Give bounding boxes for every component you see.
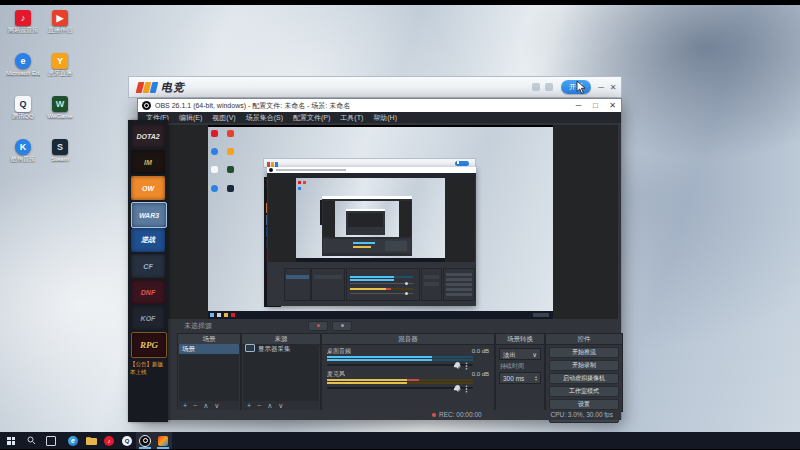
obs-titlebar[interactable]: OBS 26.1.1 (64-bit, windows) - 配置文件: 未命名… (138, 99, 621, 112)
desktop-icon-live-helper[interactable]: ▶直播伴侣 (43, 10, 77, 34)
settings-icon[interactable] (545, 83, 553, 91)
wegame-icon: W (52, 96, 68, 112)
menu-profile[interactable]: 配置文件(P) (288, 113, 335, 123)
source-toolbar-button-1[interactable] (308, 321, 328, 331)
game-poster-ow[interactable]: OW (131, 176, 165, 200)
transition-select[interactable]: 淡出∨ (499, 348, 541, 360)
remove-source-button[interactable]: − (257, 401, 261, 410)
game-poster-rpg[interactable]: RPG (131, 332, 167, 358)
start-recording-button[interactable]: 开始录制 (549, 360, 619, 371)
add-source-button[interactable]: + (247, 401, 251, 410)
duration-spinner[interactable]: 300 ms▴▾ (499, 372, 541, 384)
preview-icon (227, 185, 234, 192)
icon-label: Microsoft Edge (6, 70, 40, 77)
game-poster-dnf[interactable]: DNF (131, 280, 165, 304)
scene-list-item[interactable]: 场景 (179, 344, 239, 354)
preview-detail (322, 196, 412, 199)
preview-icon (211, 130, 218, 137)
transitions-dock-title[interactable]: 场景转换 (496, 334, 544, 345)
live-helper-icon: ▶ (52, 10, 68, 26)
scene-down-button[interactable]: ∨ (214, 401, 219, 410)
game-poster-im[interactable]: IM (131, 150, 165, 174)
settings-button[interactable]: 设置 (549, 399, 619, 410)
task-view-icon (46, 436, 56, 446)
sources-dock: 来源 显示器采集 + − ∧ ∨ (241, 333, 321, 412)
platform-logo: 电竞 (161, 80, 185, 95)
speaker-icon[interactable] (454, 362, 462, 370)
pause-dot-icon (341, 324, 344, 327)
preview-level2-obs-preview (323, 201, 411, 237)
close-button[interactable]: ✕ (604, 101, 621, 110)
preview-detail (424, 282, 439, 286)
preview-detail (217, 313, 221, 317)
platform-close-button[interactable]: ✕ (607, 83, 619, 92)
desktop-icon-steam[interactable]: SSteam (43, 139, 77, 163)
mixer-dock: 混音器 桌面音频0.0 dB 麦克风0.0 dB (321, 333, 495, 412)
taskbar-app-obs[interactable] (136, 432, 154, 449)
remove-scene-button[interactable]: − (193, 401, 197, 410)
start-streaming-button[interactable]: 开始推流 (549, 347, 619, 358)
desktop-icon-kugou[interactable]: K酷狗音乐 (6, 139, 40, 163)
menu-help[interactable]: 帮助(H) (368, 113, 402, 123)
menu-tools[interactable]: 工具(T) (335, 113, 368, 123)
taskbar-app-qq[interactable]: Q (118, 432, 136, 449)
meter-level (327, 356, 432, 358)
desktop-icon-qq[interactable]: Q腾讯QQ (6, 96, 40, 120)
desktop-icon-edge[interactable]: eMicrosoft Edge (6, 53, 40, 77)
game-poster-dota2[interactable]: DOTA2 (131, 124, 165, 148)
menu-scene-collection[interactable]: 场景集合(S) (241, 113, 288, 123)
source-list-item[interactable]: 显示器采集 (243, 344, 319, 354)
studio-mode-button[interactable]: 工作室模式 (549, 386, 619, 397)
controls-dock-title[interactable]: 控件 (546, 334, 622, 345)
taskbar-app-edge[interactable]: e (64, 432, 82, 449)
desktop-icon-netease-music[interactable]: ♪网易云音乐 (6, 10, 40, 34)
game-poster-nz[interactable]: 逆战 (131, 228, 165, 252)
game-poster-kof[interactable]: KOF (131, 306, 165, 330)
icon-label: 网易云音乐 (6, 27, 40, 34)
taskbar-app-platform[interactable] (154, 432, 172, 449)
mixer-dock-title[interactable]: 混音器 (322, 334, 494, 345)
maximize-button[interactable]: □ (587, 101, 604, 110)
channel-options-icon[interactable] (465, 362, 468, 370)
desktop-icon-wegame[interactable]: WWeGame (43, 96, 77, 120)
start-virtual-camera-button[interactable]: 启动虚拟摄像机 (549, 373, 619, 384)
spin-down-icon[interactable]: ▾ (535, 378, 537, 381)
taskbar-app-explorer[interactable] (82, 432, 100, 449)
menu-view[interactable]: 视图(V) (207, 113, 240, 123)
preview-letterbox (208, 125, 553, 127)
desktop-audio-meter (327, 356, 473, 358)
sources-list: 显示器采集 (243, 344, 319, 401)
obs-source-toolbar: 未选择源 (138, 319, 621, 332)
scene-up-button[interactable]: ∧ (203, 401, 208, 410)
message-icon[interactable] (532, 83, 540, 91)
minimize-button[interactable]: ─ (570, 101, 587, 110)
preview-meter (350, 276, 394, 278)
menu-edit[interactable]: 编辑(E) (174, 113, 207, 123)
preview-detail (224, 313, 228, 317)
preview-obs-controls-dock (443, 268, 475, 301)
source-down-button[interactable]: ∨ (278, 401, 283, 410)
preview-detail (446, 278, 472, 281)
channel-options-icon[interactable] (465, 385, 468, 393)
taskbar-app-netease[interactable]: ♪ (100, 432, 118, 449)
game-poster-cf[interactable]: CF (131, 254, 165, 278)
channel-db: 0.0 dB (472, 347, 489, 355)
obs-preview-canvas[interactable] (141, 125, 618, 319)
obs-icon (139, 435, 151, 447)
search-button[interactable] (22, 432, 40, 449)
preview-detail (424, 275, 439, 279)
desktop-icon-huya[interactable]: Y虎牙直播 (43, 53, 77, 77)
meter-red (407, 379, 419, 381)
source-toolbar-button-2[interactable] (332, 321, 352, 331)
add-scene-button[interactable]: + (183, 401, 187, 410)
preview-detail (314, 275, 342, 279)
game-poster-war3-selected[interactable]: WAR3 (131, 202, 167, 228)
desktop-audio-slider[interactable] (327, 362, 473, 368)
platform-notice[interactable]: 【公告】新版本上线 (130, 360, 166, 376)
mic-slider[interactable] (327, 385, 473, 391)
speaker-icon[interactable] (454, 385, 462, 393)
start-button[interactable] (2, 432, 20, 449)
task-view-button[interactable] (42, 432, 60, 449)
platform-minimize-button[interactable]: ─ (595, 83, 607, 92)
source-up-button[interactable]: ∧ (267, 401, 272, 410)
